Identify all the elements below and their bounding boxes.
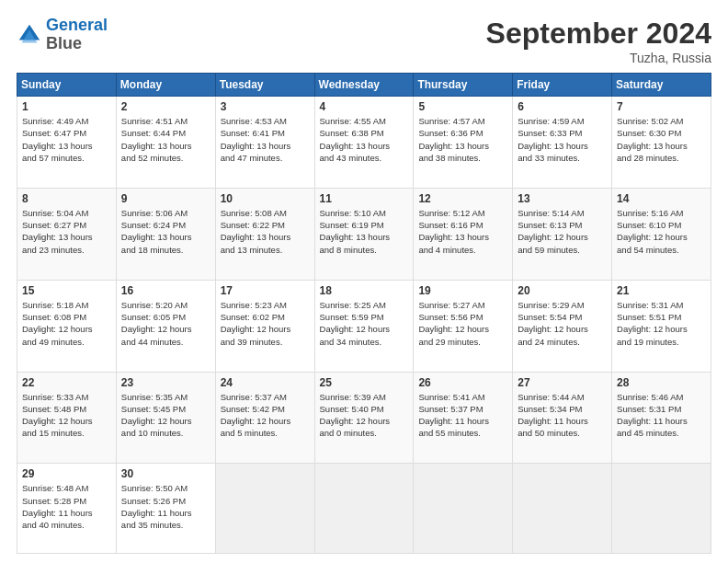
calendar-row: 8Sunrise: 5:04 AM Sunset: 6:27 PM Daylig… (17, 188, 711, 280)
day-info: Sunrise: 5:10 AM Sunset: 6:19 PM Dayligh… (320, 207, 409, 256)
day-info: Sunrise: 5:06 AM Sunset: 6:24 PM Dayligh… (121, 207, 210, 256)
page: General Blue September 2024 Tuzha, Russi… (0, 0, 728, 563)
calendar-cell: 14Sunrise: 5:16 AM Sunset: 6:10 PM Dayli… (612, 188, 711, 280)
weekday-header: Sunday (17, 74, 117, 97)
calendar-cell: 23Sunrise: 5:35 AM Sunset: 5:45 PM Dayli… (116, 372, 215, 464)
calendar-cell (314, 464, 414, 554)
day-number: 4 (320, 100, 409, 113)
logo-icon (17, 22, 42, 48)
calendar-cell: 3Sunrise: 4:53 AM Sunset: 6:41 PM Daylig… (215, 97, 314, 189)
calendar-cell: 17Sunrise: 5:23 AM Sunset: 6:02 PM Dayli… (215, 280, 314, 372)
day-info: Sunrise: 5:41 AM Sunset: 5:37 PM Dayligh… (418, 391, 507, 440)
day-number: 11 (320, 192, 409, 205)
day-number: 29 (22, 467, 111, 480)
day-number: 21 (617, 284, 706, 297)
day-number: 27 (518, 376, 607, 389)
calendar-cell (215, 464, 314, 554)
day-info: Sunrise: 5:02 AM Sunset: 6:30 PM Dayligh… (617, 115, 706, 164)
day-info: Sunrise: 5:08 AM Sunset: 6:22 PM Dayligh… (221, 207, 310, 256)
day-number: 8 (22, 192, 111, 205)
day-number: 30 (121, 467, 210, 480)
day-number: 17 (221, 284, 310, 297)
calendar-cell: 19Sunrise: 5:27 AM Sunset: 5:56 PM Dayli… (414, 280, 513, 372)
day-info: Sunrise: 4:59 AM Sunset: 6:33 PM Dayligh… (518, 115, 607, 164)
day-info: Sunrise: 4:57 AM Sunset: 6:36 PM Dayligh… (418, 115, 507, 164)
day-info: Sunrise: 4:55 AM Sunset: 6:38 PM Dayligh… (320, 115, 409, 164)
day-number: 14 (617, 192, 706, 205)
day-info: Sunrise: 5:25 AM Sunset: 5:59 PM Dayligh… (320, 299, 409, 348)
day-number: 16 (121, 284, 210, 297)
calendar-cell: 8Sunrise: 5:04 AM Sunset: 6:27 PM Daylig… (17, 188, 117, 280)
calendar-cell: 21Sunrise: 5:31 AM Sunset: 5:51 PM Dayli… (612, 280, 711, 372)
day-info: Sunrise: 5:12 AM Sunset: 6:16 PM Dayligh… (418, 207, 507, 256)
weekday-header: Tuesday (215, 74, 314, 97)
day-info: Sunrise: 5:39 AM Sunset: 5:40 PM Dayligh… (320, 391, 409, 440)
calendar-cell: 30Sunrise: 5:50 AM Sunset: 5:26 PM Dayli… (116, 464, 215, 554)
day-number: 9 (121, 192, 210, 205)
day-info: Sunrise: 5:37 AM Sunset: 5:42 PM Dayligh… (221, 391, 310, 440)
day-info: Sunrise: 5:46 AM Sunset: 5:31 PM Dayligh… (617, 391, 706, 440)
calendar-cell (414, 464, 513, 554)
logo-text: General Blue (46, 17, 108, 53)
calendar-cell: 4Sunrise: 4:55 AM Sunset: 6:38 PM Daylig… (314, 97, 414, 189)
calendar-cell: 5Sunrise: 4:57 AM Sunset: 6:36 PM Daylig… (414, 97, 513, 189)
day-number: 25 (320, 376, 409, 389)
calendar-cell: 6Sunrise: 4:59 AM Sunset: 6:33 PM Daylig… (513, 97, 612, 189)
day-number: 1 (22, 100, 111, 113)
calendar-cell: 2Sunrise: 4:51 AM Sunset: 6:44 PM Daylig… (116, 97, 215, 189)
day-number: 6 (518, 100, 607, 113)
calendar-row: 29Sunrise: 5:48 AM Sunset: 5:28 PM Dayli… (17, 464, 711, 554)
day-number: 18 (320, 284, 409, 297)
day-info: Sunrise: 5:04 AM Sunset: 6:27 PM Dayligh… (22, 207, 111, 256)
calendar-row: 15Sunrise: 5:18 AM Sunset: 6:08 PM Dayli… (17, 280, 711, 372)
day-number: 26 (418, 376, 507, 389)
day-info: Sunrise: 5:33 AM Sunset: 5:48 PM Dayligh… (22, 391, 111, 440)
weekday-header: Wednesday (314, 74, 414, 97)
day-info: Sunrise: 5:14 AM Sunset: 6:13 PM Dayligh… (518, 207, 607, 256)
day-info: Sunrise: 4:51 AM Sunset: 6:44 PM Dayligh… (121, 115, 210, 164)
day-info: Sunrise: 5:16 AM Sunset: 6:10 PM Dayligh… (617, 207, 706, 256)
day-number: 10 (221, 192, 310, 205)
day-info: Sunrise: 5:23 AM Sunset: 6:02 PM Dayligh… (221, 299, 310, 348)
calendar-cell: 16Sunrise: 5:20 AM Sunset: 6:05 PM Dayli… (116, 280, 215, 372)
location: Tuzha, Russia (486, 51, 711, 65)
day-info: Sunrise: 5:48 AM Sunset: 5:28 PM Dayligh… (22, 482, 111, 531)
calendar-header-row: SundayMondayTuesdayWednesdayThursdayFrid… (17, 74, 711, 97)
calendar-cell: 22Sunrise: 5:33 AM Sunset: 5:48 PM Dayli… (17, 372, 117, 464)
day-number: 15 (22, 284, 111, 297)
day-info: Sunrise: 4:49 AM Sunset: 6:47 PM Dayligh… (22, 115, 111, 164)
title-block: September 2024 Tuzha, Russia (486, 17, 711, 65)
day-number: 24 (221, 376, 310, 389)
calendar-cell: 27Sunrise: 5:44 AM Sunset: 5:34 PM Dayli… (513, 372, 612, 464)
calendar-table: SundayMondayTuesdayWednesdayThursdayFrid… (17, 73, 711, 554)
day-info: Sunrise: 5:31 AM Sunset: 5:51 PM Dayligh… (617, 299, 706, 348)
header: General Blue September 2024 Tuzha, Russi… (17, 17, 711, 65)
day-info: Sunrise: 5:29 AM Sunset: 5:54 PM Dayligh… (518, 299, 607, 348)
weekday-header: Saturday (612, 74, 711, 97)
day-number: 13 (518, 192, 607, 205)
day-number: 28 (617, 376, 706, 389)
day-number: 22 (22, 376, 111, 389)
day-number: 7 (617, 100, 706, 113)
day-info: Sunrise: 5:35 AM Sunset: 5:45 PM Dayligh… (121, 391, 210, 440)
calendar-cell: 12Sunrise: 5:12 AM Sunset: 6:16 PM Dayli… (414, 188, 513, 280)
day-info: Sunrise: 5:50 AM Sunset: 5:26 PM Dayligh… (121, 482, 210, 531)
calendar-cell: 1Sunrise: 4:49 AM Sunset: 6:47 PM Daylig… (17, 97, 117, 189)
day-info: Sunrise: 5:18 AM Sunset: 6:08 PM Dayligh… (22, 299, 111, 348)
day-number: 3 (221, 100, 310, 113)
calendar-cell: 13Sunrise: 5:14 AM Sunset: 6:13 PM Dayli… (513, 188, 612, 280)
calendar-cell (513, 464, 612, 554)
calendar-cell (612, 464, 711, 554)
calendar-cell: 25Sunrise: 5:39 AM Sunset: 5:40 PM Dayli… (314, 372, 414, 464)
day-number: 19 (418, 284, 507, 297)
calendar-row: 1Sunrise: 4:49 AM Sunset: 6:47 PM Daylig… (17, 97, 711, 189)
day-number: 12 (418, 192, 507, 205)
day-number: 23 (121, 376, 210, 389)
day-info: Sunrise: 5:44 AM Sunset: 5:34 PM Dayligh… (518, 391, 607, 440)
calendar-cell: 15Sunrise: 5:18 AM Sunset: 6:08 PM Dayli… (17, 280, 117, 372)
day-number: 20 (518, 284, 607, 297)
calendar-cell: 24Sunrise: 5:37 AM Sunset: 5:42 PM Dayli… (215, 372, 314, 464)
day-info: Sunrise: 5:27 AM Sunset: 5:56 PM Dayligh… (418, 299, 507, 348)
calendar-cell: 28Sunrise: 5:46 AM Sunset: 5:31 PM Dayli… (612, 372, 711, 464)
weekday-header: Monday (116, 74, 215, 97)
